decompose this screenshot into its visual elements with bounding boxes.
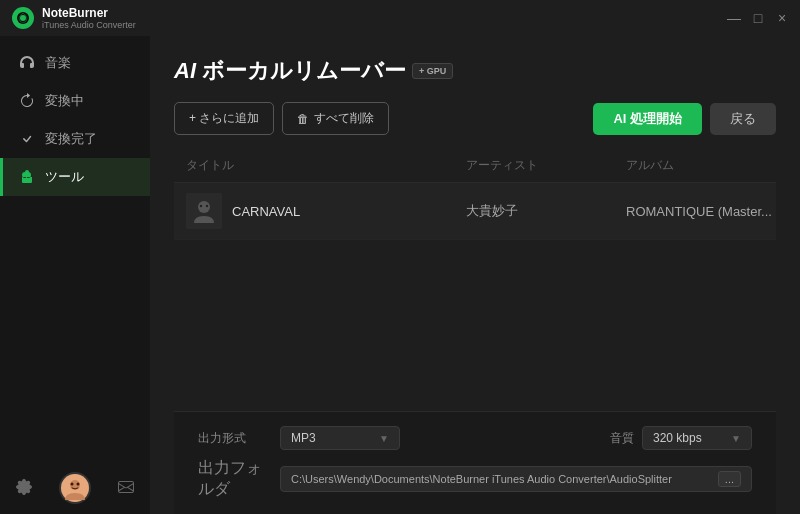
page-title-row: AI ボーカルリムーバー + GPU: [174, 56, 453, 86]
toolbar-right: AI 処理開始 戻る: [593, 103, 776, 135]
format-label: 出力形式: [198, 430, 268, 447]
footer: 出力形式 MP3 ▼ 音質 320 kbps ▼ 出力フォルダ C:\Users…: [174, 411, 776, 514]
app-logo: [12, 7, 34, 29]
folder-row: 出力フォルダ C:\Users\Wendy\Documents\NoteBurn…: [174, 454, 776, 504]
sidebar-item-converting[interactable]: 変換中: [0, 82, 150, 120]
headphone-icon: [19, 55, 35, 71]
page-header: AI ボーカルリムーバー + GPU: [174, 56, 776, 86]
sidebar-item-converted[interactable]: 変換完了: [0, 120, 150, 158]
sidebar-item-tools-label: ツール: [45, 168, 84, 186]
page-title: AI ボーカルリムーバー + GPU: [174, 56, 453, 86]
quality-value: 320 kbps: [653, 431, 702, 445]
sidebar-item-music-label: 音楽: [45, 54, 71, 72]
back-button[interactable]: 戻る: [710, 103, 776, 135]
trash-icon: 🗑: [297, 112, 309, 126]
quality-section: 音質 320 kbps ▼: [610, 426, 752, 450]
sidebar-bottom: [0, 462, 150, 514]
sidebar-item-music[interactable]: 音楽: [0, 44, 150, 82]
table-header: タイトル アーティスト アルバム 拡張時間: [174, 149, 776, 183]
sync-icon: [19, 93, 35, 109]
svg-point-7: [198, 201, 210, 213]
delete-all-label: すべて削除: [314, 110, 374, 127]
track-title: CARNAVAL: [232, 204, 300, 219]
delete-all-button[interactable]: 🗑 すべて削除: [282, 102, 389, 135]
check-icon: [19, 131, 35, 147]
app-body: 音楽 変換中 変換完了: [0, 36, 800, 514]
app-name: NoteBurner: [42, 6, 136, 20]
svg-point-9: [206, 205, 208, 207]
window-controls: — □ ×: [728, 12, 788, 24]
close-button[interactable]: ×: [776, 12, 788, 24]
track-table: タイトル アーティスト アルバム 拡張時間: [174, 149, 776, 411]
chevron-down-icon: ▼: [379, 433, 389, 444]
sidebar-item-converted-label: 変換完了: [45, 130, 97, 148]
sidebar: 音楽 変換中 変換完了: [0, 36, 150, 514]
sidebar-nav: 音楽 変換中 変換完了: [0, 36, 150, 462]
col-title: タイトル: [186, 157, 466, 174]
track-cell: CARNAVAL: [186, 193, 466, 229]
settings-icon[interactable]: [16, 479, 32, 498]
col-artist: アーティスト: [466, 157, 626, 174]
title-bar: NoteBurner iTunes Audio Converter — □ ×: [0, 0, 800, 36]
toolbar-left: + さらに追加 🗑 すべて削除: [174, 102, 389, 135]
app-branding: NoteBurner iTunes Audio Converter: [12, 6, 136, 30]
quality-label: 音質: [610, 430, 634, 447]
gift-icon: [19, 169, 35, 185]
app-subtitle: iTunes Audio Converter: [42, 20, 136, 30]
avatar[interactable]: [59, 472, 91, 504]
svg-point-5: [77, 483, 80, 486]
format-row: 出力形式 MP3 ▼ 音質 320 kbps ▼: [174, 422, 776, 454]
table-row: CARNAVAL 大貴妙子 ROMANTIQUE (Master... 04:4…: [174, 183, 776, 240]
page-title-text: ボーカルリムーバー: [202, 56, 406, 86]
add-more-button[interactable]: + さらに追加: [174, 102, 274, 135]
brand-text: NoteBurner iTunes Audio Converter: [42, 6, 136, 30]
folder-path-display: C:\Users\Wendy\Documents\NoteBurner iTun…: [280, 466, 752, 492]
main-content: AI ボーカルリムーバー + GPU + さらに追加 🗑 すべて削除 AI 処理…: [150, 36, 800, 514]
minimize-button[interactable]: —: [728, 12, 740, 24]
quality-chevron-icon: ▼: [731, 433, 741, 444]
gpu-badge: + GPU: [412, 63, 453, 79]
toolbar: + さらに追加 🗑 すべて削除 AI 処理開始 戻る: [174, 102, 776, 135]
track-artist: 大貴妙子: [466, 202, 626, 220]
format-value: MP3: [291, 431, 316, 445]
track-album: ROMANTIQUE (Master...: [626, 204, 776, 219]
quality-select[interactable]: 320 kbps ▼: [642, 426, 752, 450]
ai-label: AI: [174, 58, 196, 84]
svg-point-8: [200, 205, 202, 207]
folder-browse-button[interactable]: ...: [718, 471, 741, 487]
mail-icon[interactable]: [118, 479, 134, 498]
track-thumbnail: [186, 193, 222, 229]
svg-point-1: [20, 15, 26, 21]
folder-path-text: C:\Users\Wendy\Documents\NoteBurner iTun…: [291, 473, 672, 485]
sidebar-item-converting-label: 変換中: [45, 92, 84, 110]
folder-label: 出力フォルダ: [198, 458, 268, 500]
col-album: アルバム: [626, 157, 776, 174]
format-select[interactable]: MP3 ▼: [280, 426, 400, 450]
restore-button[interactable]: □: [752, 12, 764, 24]
sidebar-item-tools[interactable]: ツール: [0, 158, 150, 196]
svg-point-4: [71, 483, 74, 486]
start-ai-button[interactable]: AI 処理開始: [593, 103, 702, 135]
